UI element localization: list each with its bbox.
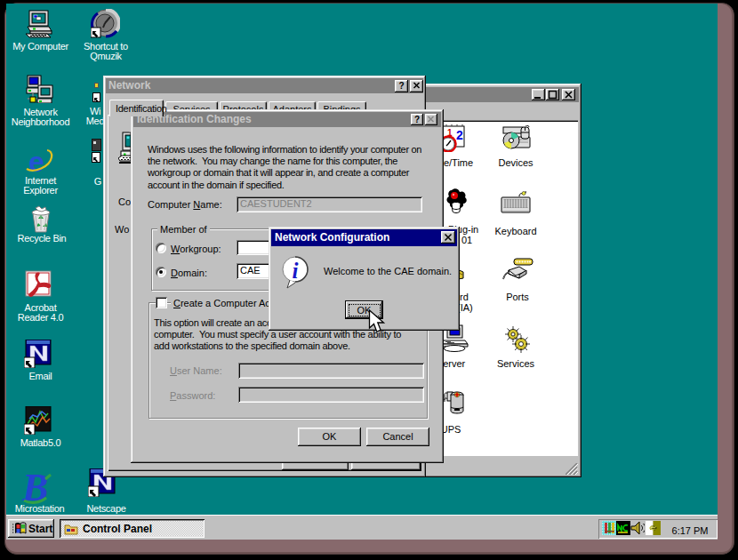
svg-text:i: i: [293, 259, 299, 283]
svg-text:2: 2: [456, 128, 463, 142]
